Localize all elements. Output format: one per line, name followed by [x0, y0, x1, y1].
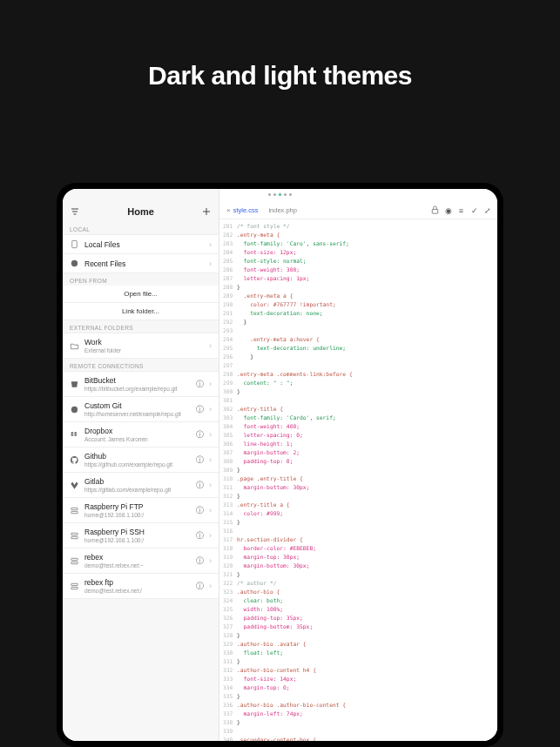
info-icon[interactable]: ⓘ	[196, 505, 204, 516]
chevron-right-icon: ›	[209, 380, 212, 388]
sidebar-item-remote[interactable]: rebexdemo@test.rebex.net:~ⓘ›	[63, 548, 219, 574]
svg-rect-12	[71, 558, 78, 560]
tab-bar: ×style.css index.php ◉ ≡ ✓ ⤢	[219, 203, 497, 219]
item-label: WorkExternal folder	[84, 338, 204, 353]
item-label: DropboxAccount: James Kuronen	[84, 427, 189, 442]
remote-icon	[70, 405, 79, 414]
svg-rect-16	[432, 210, 437, 214]
svg-point-7	[71, 406, 78, 412]
chevron-right-icon: ›	[209, 341, 212, 350]
sidebar-item-remote[interactable]: Raspberry Pi SSHhome@192.168.1.100:/ⓘ›	[63, 523, 219, 548]
section-local: LOCAL	[63, 222, 219, 234]
sidebar-item-remote[interactable]: Custom Githttp://homeserver.net/example/…	[63, 397, 219, 422]
close-icon[interactable]: ×	[226, 206, 231, 214]
editor-pane: ×style.css index.php ◉ ≡ ✓ ⤢ 281/* font …	[219, 189, 497, 741]
item-label: Custom Githttp://homeserver.net/example/…	[84, 401, 189, 417]
device-icon	[70, 239, 79, 249]
info-icon[interactable]: ⓘ	[196, 429, 204, 441]
item-label: rebexdemo@test.rebex.net:~	[84, 553, 189, 569]
svg-rect-15	[71, 587, 78, 589]
chevron-right-icon: ›	[209, 481, 212, 489]
section-open-from: OPEN FROM	[63, 273, 219, 286]
info-icon[interactable]: ⓘ	[196, 581, 204, 592]
preview-icon[interactable]: ◉	[443, 206, 453, 215]
info-icon[interactable]: ⓘ	[196, 530, 204, 542]
item-label: Githubhttps://github.com/example/repo.gi…	[84, 452, 189, 468]
item-label: Raspberry Pi SSHhome@192.168.1.100:/	[84, 528, 189, 543]
remote-icon	[70, 531, 79, 541]
tab-index-php[interactable]: index.php	[265, 205, 300, 216]
check-icon[interactable]: ✓	[469, 206, 479, 215]
svg-rect-13	[71, 562, 78, 563]
svg-rect-10	[71, 533, 78, 535]
chevron-right-icon: ›	[209, 430, 212, 439]
item-label: BitBuckethttps://bitbucket.org/example/r…	[84, 376, 189, 392]
section-remote: REMOTE CONNECTIONS	[63, 359, 219, 371]
svg-rect-5	[72, 240, 78, 247]
tab-style-css[interactable]: ×style.css	[223, 205, 261, 216]
svg-rect-11	[71, 536, 78, 538]
sidebar-item-remote[interactable]: BitBuckethttps://bitbucket.org/example/r…	[63, 371, 219, 397]
share-icon[interactable]	[430, 205, 440, 215]
remote-icon	[70, 380, 79, 389]
item-label: Local Files	[84, 240, 204, 249]
sidebar-item-remote[interactable]: Gitlabhttps://gitlab.com/example/repo.gi…	[63, 473, 219, 498]
item-label: Recent Files	[84, 259, 204, 268]
link-folder-action[interactable]: Link folder...	[63, 303, 219, 320]
sidebar-item-remote[interactable]: DropboxAccount: James Kuronenⓘ›	[63, 422, 219, 448]
folder-icon	[70, 341, 79, 351]
screen: Home LOCAL Local Files › Recent Files › …	[63, 189, 497, 741]
info-icon[interactable]: ⓘ	[196, 555, 204, 567]
expand-icon[interactable]: ⤢	[482, 206, 492, 215]
item-label: Raspberry Pi FTPhome@192.168.1.100:/	[84, 502, 189, 518]
chevron-right-icon: ›	[209, 506, 212, 515]
filter-icon[interactable]	[70, 206, 80, 217]
clock-icon	[70, 259, 79, 268]
sidebar-title: Home	[127, 206, 154, 217]
open-file-action[interactable]: Open file...	[63, 286, 219, 303]
info-icon[interactable]: ⓘ	[196, 454, 204, 466]
sidebar-item-remote[interactable]: rebex ftpdemo@test.rebex.net:/ⓘ›	[63, 574, 219, 599]
svg-rect-9	[71, 511, 78, 513]
remote-icon	[70, 582, 79, 591]
info-icon[interactable]: ⓘ	[196, 480, 204, 491]
svg-rect-8	[71, 508, 78, 509]
remote-icon	[70, 481, 79, 490]
chevron-right-icon: ›	[209, 405, 212, 414]
svg-point-6	[71, 260, 78, 266]
remote-icon	[70, 430, 79, 440]
chevron-right-icon: ›	[209, 259, 212, 268]
code-editor[interactable]: 281/* font style */282.entry-meta {283 f…	[219, 219, 497, 741]
remote-icon	[70, 556, 79, 566]
tablet-frame: Home LOCAL Local Files › Recent Files › …	[57, 183, 503, 747]
remote-icon	[70, 455, 79, 465]
hero-title: Dark and light themes	[0, 0, 560, 91]
sidebar: Home LOCAL Local Files › Recent Files › …	[63, 189, 219, 741]
info-icon[interactable]: ⓘ	[196, 379, 204, 390]
sidebar-item-local-files[interactable]: Local Files ›	[63, 234, 219, 254]
status-dots	[63, 189, 497, 199]
add-icon[interactable]	[201, 206, 212, 217]
chevron-right-icon: ›	[209, 556, 212, 565]
svg-rect-14	[71, 583, 78, 585]
item-label: rebex ftpdemo@test.rebex.net:/	[84, 578, 189, 594]
sidebar-item-recent-files[interactable]: Recent Files ›	[63, 254, 219, 273]
chevron-right-icon: ›	[209, 582, 212, 590]
item-label: Gitlabhttps://gitlab.com/example/repo.gi…	[84, 477, 189, 493]
sidebar-item-remote[interactable]: Raspberry Pi FTPhome@192.168.1.100:/ⓘ›	[63, 498, 219, 523]
sidebar-item-remote[interactable]: Githubhttps://github.com/example/repo.gi…	[63, 448, 219, 473]
chevron-right-icon: ›	[209, 240, 212, 249]
remote-icon	[70, 506, 79, 515]
sidebar-item-work[interactable]: WorkExternal folder ›	[63, 333, 219, 359]
chevron-right-icon: ›	[209, 455, 212, 464]
list-icon[interactable]: ≡	[456, 206, 466, 215]
section-external: EXTERNAL FOLDERS	[63, 320, 219, 333]
info-icon[interactable]: ⓘ	[196, 404, 204, 415]
chevron-right-icon: ›	[209, 531, 212, 540]
